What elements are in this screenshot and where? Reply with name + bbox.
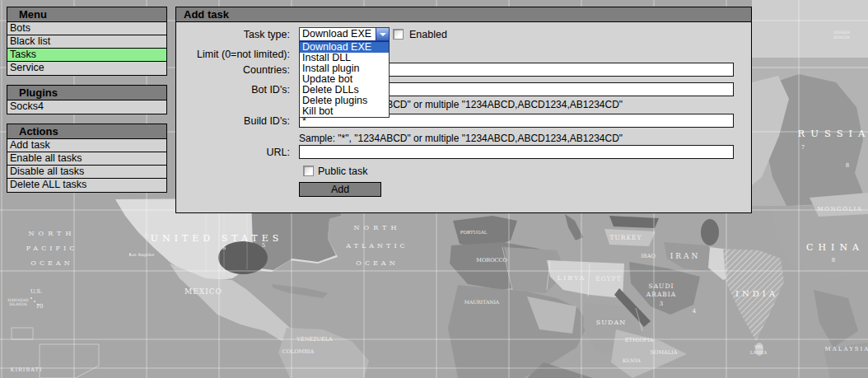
enabled-checkbox[interactable] (393, 29, 404, 40)
map-label-ethiopia: ETHIOPIA (625, 337, 654, 343)
map-label-egypt: EGYPT (595, 275, 621, 282)
map-label-lanka: LANKA (750, 350, 768, 355)
map-label-5: 5 (262, 242, 265, 249)
task-type-label: Task type: (176, 29, 290, 40)
map-label-mauritania: MAURITANIA (464, 299, 500, 305)
map-label-turkey: TURKEY (610, 234, 642, 241)
map-label-malaysia: MALAYSIA (825, 346, 868, 352)
map-label-los-angeles: Los Angeles (129, 252, 155, 258)
map-label-libya: LIBYA (558, 274, 586, 282)
sidebar-section-actions: ActionsAdd taskEnable all tasksDisable a… (7, 124, 167, 193)
bot-ids-label: Bot ID's: (176, 84, 290, 96)
map-label-portugal: PORTUGAL (460, 230, 488, 235)
sidebar-item-black-list[interactable]: Black list (7, 35, 166, 49)
map-label-sudan: SUDAN (596, 319, 626, 326)
section-header-plugins: Plugins (7, 86, 166, 100)
section-header-actions: Actions (7, 124, 166, 139)
map-label-4: 4 (693, 308, 697, 315)
map-label-kiribati: KIRIBATI (11, 366, 43, 373)
sidebar-item-add-task[interactable]: Add task (7, 139, 166, 152)
limit-label: Limit (0=not limited): (176, 49, 290, 60)
map-label-3: 3 (660, 301, 663, 307)
map-label-mongolia: MONGOLIA (818, 206, 863, 212)
url-label: URL: (176, 147, 290, 158)
map-label-somalia: SOMALIA (651, 349, 678, 356)
map-label-6: 6 (222, 245, 226, 251)
add-task-panel: Add task Task type: Limit (0=not limited… (175, 7, 752, 213)
map-label-sri: SRI (754, 344, 763, 349)
chevron-down-icon (380, 33, 386, 36)
map-label-morocco: MOROCCO (476, 257, 506, 264)
map-label-iran: IRAN (670, 252, 701, 260)
sidebar: MenuBotsBlack listTasksServicePluginsSoc… (7, 7, 167, 202)
map-label-russia: RUSSIA (798, 128, 868, 139)
map-label-novaya: NOVAYA (833, 30, 850, 35)
map-label-10: 10 (36, 303, 44, 310)
map-label-pacific: PACIFIC (26, 245, 78, 252)
dropdown-option-kill-bot[interactable]: Kill bot (300, 106, 389, 117)
task-type-select[interactable]: Download EXE (299, 27, 390, 41)
sidebar-item-enable-all-tasks[interactable]: Enable all tasks (7, 152, 166, 166)
map-label-arabia: ARABIA (646, 291, 676, 298)
map-label-islands: ISLANDS (9, 302, 27, 306)
map-label-kenya: KENYA (623, 357, 642, 363)
sidebar-item-bots[interactable]: Bots (7, 22, 166, 35)
map-label-mexico: MEXICO (184, 287, 222, 296)
map-label-saudi: SAUDI (649, 282, 674, 290)
section-header-menu: Menu (7, 7, 166, 22)
sidebar-item-delete-all-tasks[interactable]: Delete ALL tasks (7, 179, 166, 192)
add-button[interactable]: Add (299, 182, 381, 197)
task-type-selected-value: Download EXE (300, 28, 376, 40)
sidebar-item-disable-all-tasks[interactable]: Disable all tasks (7, 166, 166, 179)
map-label-colombia: COLOMBIA (282, 348, 315, 355)
map-label-iraq: IRAQ (641, 253, 656, 259)
enabled-label: Enabled (409, 29, 447, 40)
public-task-checkbox[interactable] (303, 166, 314, 176)
map-label-u-s: U.S. (30, 288, 42, 295)
map-label-china: CHINA (806, 242, 864, 253)
sidebar-item-service[interactable]: Service (7, 62, 166, 75)
map-label-atlantic: ATLANTIC (345, 242, 408, 250)
task-type-dropdown-button[interactable] (376, 28, 389, 40)
map-label-8: 8 (832, 257, 835, 264)
panel-title: Add task (176, 7, 751, 22)
map-label-ocean: OCEAN (356, 259, 398, 267)
public-task-label: Public task (318, 166, 367, 177)
sidebar-section-menu: MenuBotsBlack listTasksService (7, 7, 167, 76)
map-label-venezuela: VENEZUELA (296, 336, 333, 343)
sidebar-section-plugins: PluginsSocks4 (7, 85, 167, 114)
sidebar-item-socks4[interactable]: Socks4 (7, 100, 166, 114)
build-ids-sample-text: Sample: "*", "1234ABCD" or multiple "123… (299, 133, 623, 144)
map-label-6: 6 (145, 232, 149, 239)
map-label-north: NORTH (29, 230, 76, 237)
url-input[interactable] (299, 145, 734, 159)
map-label-ocean: OCEAN (30, 259, 72, 267)
map-label-7: 7 (801, 144, 805, 151)
map-label-india: INDIA (735, 289, 778, 298)
task-type-dropdown-list[interactable]: Download EXEInstall DLLInstall pluginUpd… (299, 41, 390, 118)
build-ids-label: Build ID's: (176, 115, 290, 127)
map-label-zemlya: ZEMLYA (833, 35, 850, 40)
map-label-8: 8 (846, 162, 849, 169)
sidebar-item-tasks[interactable]: Tasks (7, 49, 166, 62)
countries-label: Countries: (176, 64, 290, 76)
map-label-north: NORTH (354, 224, 401, 231)
